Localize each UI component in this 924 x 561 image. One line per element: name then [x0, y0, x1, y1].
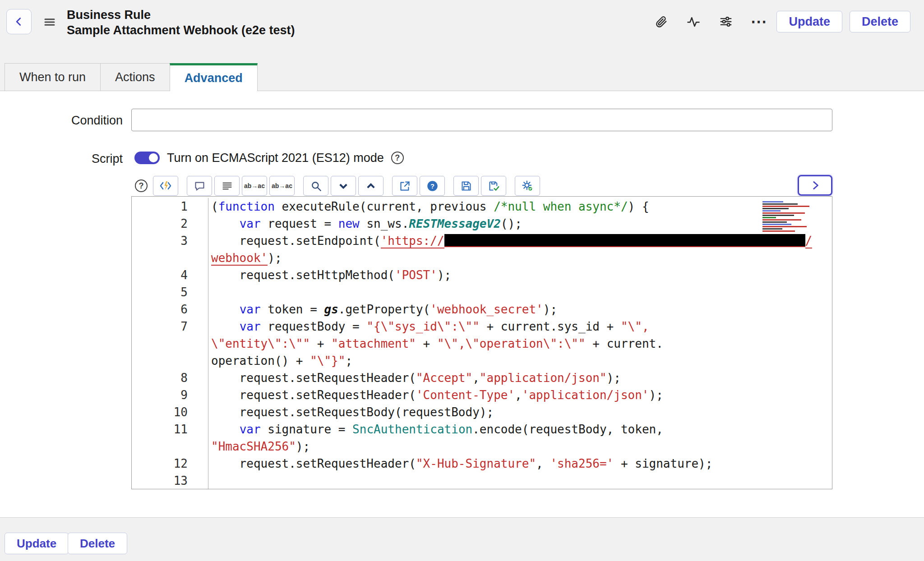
- scroll-up-button[interactable]: [358, 176, 383, 196]
- save-check-button[interactable]: [481, 176, 506, 196]
- code-row[interactable]: webhook');: [132, 249, 832, 267]
- code-token: requestBody =: [261, 320, 367, 333]
- code-row[interactable]: 4 request.setHttpMethod('POST');: [132, 267, 832, 284]
- code-token: gs: [324, 303, 338, 316]
- line-number: 6: [132, 301, 208, 318]
- code-rows: 1(function executeRule(current, previous…: [132, 197, 832, 489]
- expand-editor-button[interactable]: [798, 175, 832, 196]
- code-line[interactable]: webhook');: [208, 249, 282, 267]
- code-row[interactable]: 7 var requestBody = "{\"sys_id\":\"" + c…: [132, 318, 832, 335]
- code-line[interactable]: request.setRequestHeader('Content-Type',…: [208, 386, 663, 404]
- code-minimap[interactable]: [762, 200, 816, 235]
- code-row[interactable]: 2 var request = new sn_ws.RESTMessageV2(…: [132, 215, 832, 232]
- replace-all-button[interactable]: ab→ac: [269, 176, 295, 196]
- code-token: ,: [536, 457, 550, 470]
- delete-button[interactable]: Delete: [850, 11, 910, 32]
- code-token: 'Content-Type': [416, 388, 515, 402]
- code-token: "Accept": [416, 371, 472, 385]
- code-token: "application/json": [480, 371, 607, 385]
- save-button-editor[interactable]: [453, 176, 479, 196]
- pulse-icon: [687, 15, 700, 28]
- es12-toggle[interactable]: [134, 152, 160, 164]
- back-button[interactable]: [6, 9, 32, 34]
- code-line[interactable]: [208, 472, 211, 489]
- code-row[interactable]: \"entity\":\"" + "attachment" + "\",\"op…: [132, 335, 832, 352]
- activity-button[interactable]: [683, 11, 704, 32]
- code-line[interactable]: request.setHttpMethod('POST');: [208, 267, 451, 284]
- format-code-button[interactable]: [153, 176, 178, 196]
- code-line[interactable]: var request = new sn_ws.RESTMessageV2();: [208, 215, 522, 232]
- code-row[interactable]: 1(function executeRule(current, previous…: [132, 198, 832, 215]
- attachments-button[interactable]: [650, 11, 672, 32]
- code-row[interactable]: "HmacSHA256");: [132, 438, 832, 455]
- code-row[interactable]: 3 request.setEndpoint('https:///: [132, 232, 832, 249]
- search-button[interactable]: [303, 176, 328, 196]
- code-line[interactable]: request.setRequestHeader("Accept","appli…: [208, 369, 621, 386]
- open-in-new-button[interactable]: [392, 176, 417, 196]
- context-menu-icon[interactable]: [42, 14, 58, 30]
- code-line[interactable]: operation() + "\"}";: [208, 352, 352, 369]
- code-line[interactable]: var requestBody = "{\"sys_id\":\"" + cur…: [208, 318, 649, 335]
- record-type-title: Business Rule: [67, 7, 295, 23]
- debug-button[interactable]: [515, 176, 540, 196]
- code-token: request.setRequestHeader(: [211, 457, 416, 470]
- code-token: \"entity\":\"": [211, 337, 310, 350]
- help-filled-icon: ?: [426, 180, 439, 192]
- code-token: "attachment": [331, 337, 416, 350]
- code-token: 'https://: [381, 234, 444, 248]
- code-row[interactable]: 12 request.setRequestHeader("X-Hub-Signa…: [132, 455, 832, 472]
- replace-all-icon: ab→ac: [272, 182, 292, 189]
- code-line[interactable]: \"entity\":\"" + "attachment" + "\",\"op…: [208, 335, 663, 352]
- code-token: ,: [472, 371, 480, 385]
- code-row[interactable]: operation() + "\"}";: [132, 352, 832, 369]
- tab-when-to-run[interactable]: When to run: [5, 63, 101, 91]
- format-lines-button[interactable]: [214, 176, 240, 196]
- update-button[interactable]: Update: [776, 11, 842, 32]
- line-number: 2: [132, 215, 208, 232]
- code-line[interactable]: request.setEndpoint('https:///: [208, 232, 812, 249]
- personalize-button[interactable]: [715, 11, 737, 32]
- tab-advanced[interactable]: Advanced: [170, 63, 258, 91]
- code-token: );: [437, 268, 451, 282]
- footer-update-button[interactable]: Update: [5, 533, 69, 554]
- code-token: );: [607, 371, 621, 385]
- page-title: Business Rule Sample Attachment Webhook …: [67, 7, 295, 38]
- es12-toggle-label: Turn on ECMAScript 2021 (ES12) mode: [167, 151, 384, 165]
- code-line[interactable]: request.setRequestBody(requestBody);: [208, 404, 494, 421]
- code-row[interactable]: 6 var token = gs.getProperty('webhook_se…: [132, 301, 832, 318]
- code-token: "X-Hub-Signature": [416, 457, 536, 470]
- code-row[interactable]: 8 request.setRequestHeader("Accept","app…: [132, 369, 832, 386]
- scroll-down-button[interactable]: [331, 176, 356, 196]
- code-row[interactable]: 11 var signature = SncAuthentication.enc…: [132, 421, 832, 438]
- help-icon[interactable]: ?: [391, 152, 404, 164]
- code-line[interactable]: [208, 284, 211, 301]
- code-token: executeRule(current, previous: [275, 200, 494, 213]
- code-token: ;: [345, 354, 352, 368]
- editor-help-icon[interactable]: ?: [135, 179, 148, 192]
- code-token: "HmacSHA256": [211, 440, 296, 453]
- footer-delete-button[interactable]: Delete: [68, 533, 127, 554]
- code-row[interactable]: 13: [132, 472, 832, 489]
- debug-gear-icon: [521, 179, 534, 192]
- code-token: 'webhook_secret': [430, 303, 543, 316]
- code-row[interactable]: 5: [132, 284, 832, 301]
- redacted-url-block: [444, 234, 805, 247]
- more-actions-button[interactable]: ⋯: [748, 11, 769, 32]
- condition-input[interactable]: [131, 109, 832, 131]
- script-code-editor[interactable]: 1(function executeRule(current, previous…: [131, 196, 832, 489]
- code-line[interactable]: request.setRequestHeader("X-Hub-Signatur…: [208, 455, 712, 472]
- code-line[interactable]: "HmacSHA256");: [208, 438, 310, 455]
- code-line[interactable]: var token = gs.getProperty('webhook_secr…: [208, 301, 557, 318]
- tab-actions[interactable]: Actions: [100, 63, 170, 91]
- comment-button[interactable]: [187, 176, 212, 196]
- line-number: [132, 335, 208, 352]
- replace-button[interactable]: ab→ac: [242, 176, 267, 196]
- code-token: request =: [261, 217, 338, 230]
- line-number: 12: [132, 455, 208, 472]
- code-row[interactable]: 9 request.setRequestHeader('Content-Type…: [132, 386, 832, 404]
- code-row[interactable]: 10 request.setRequestBody(requestBody);: [132, 404, 832, 421]
- code-line[interactable]: var signature = SncAuthentication.encode…: [208, 421, 663, 438]
- comment-bubble-icon: [194, 180, 206, 192]
- editor-help-button[interactable]: ?: [420, 176, 445, 196]
- code-line[interactable]: (function executeRule(current, previous …: [208, 198, 649, 215]
